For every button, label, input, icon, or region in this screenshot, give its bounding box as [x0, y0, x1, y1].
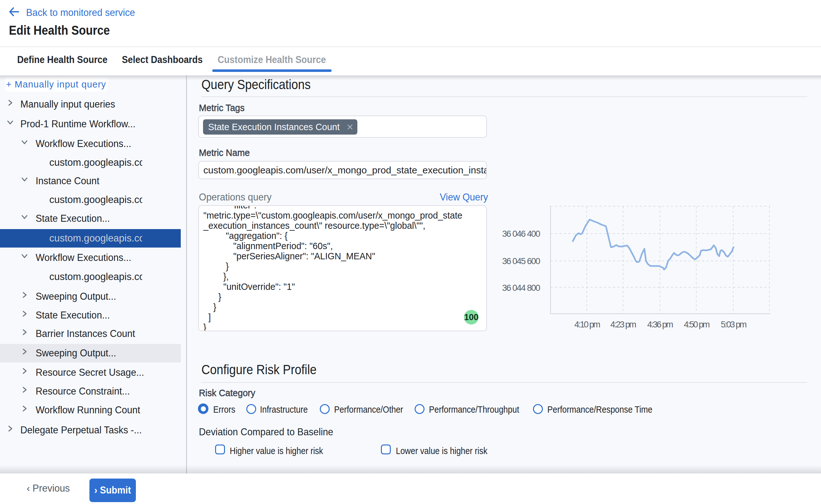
svg-text:4:50 pm: 4:50 pm [684, 319, 710, 329]
svg-text:4:23 pm: 4:23 pm [610, 319, 636, 329]
svg-text:36 045 600: 36 045 600 [502, 256, 540, 266]
svg-text:4:36 pm: 4:36 pm [647, 319, 673, 329]
svg-text:36 044 800: 36 044 800 [502, 283, 540, 293]
svg-text:4:10 pm: 4:10 pm [574, 319, 600, 329]
svg-text:36 046 400: 36 046 400 [502, 229, 540, 239]
svg-text:5:03 pm: 5:03 pm [721, 319, 747, 329]
